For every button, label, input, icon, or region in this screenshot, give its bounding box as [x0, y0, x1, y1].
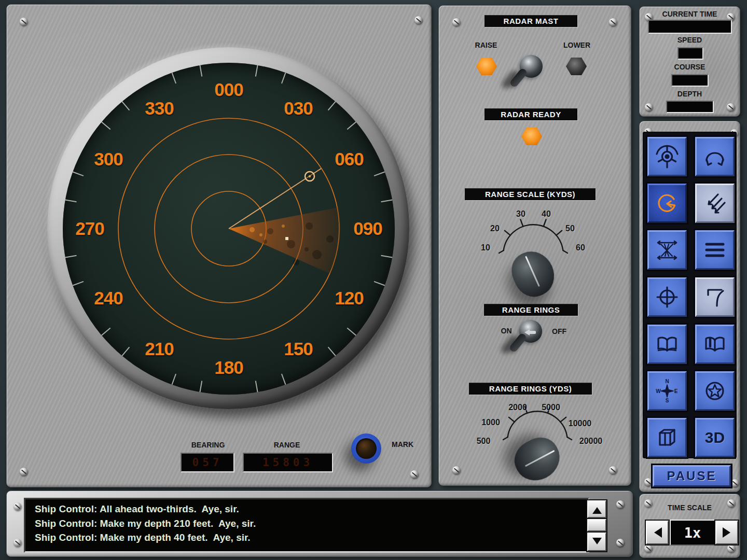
time-scale-value: 1x [684, 525, 701, 541]
right-arrow-icon [723, 527, 736, 538]
range-rings-on-label: ON [491, 327, 522, 335]
range-scale-knob-widget[interactable]: 10 20 30 40 50 60 [461, 211, 606, 299]
bearing-label-180: 180 [214, 357, 243, 378]
log-scrollbar-thumb[interactable] [587, 519, 606, 531]
speed-label: SPEED [640, 36, 740, 44]
locker-box-icon [655, 425, 680, 450]
station-button-manual[interactable] [695, 325, 735, 364]
bearing-label-030: 030 [284, 98, 312, 119]
svg-text:E: E [674, 388, 678, 394]
bearing-label-090: 090 [353, 218, 382, 239]
raise-label: RAISE [465, 41, 507, 49]
station-button-tma[interactable] [647, 230, 687, 270]
tma-plot-icon [655, 237, 680, 262]
log-scroll-up-button[interactable] [587, 500, 606, 518]
curve-chart-icon [702, 285, 727, 310]
screw [13, 502, 21, 510]
bearing-value: 057 [192, 456, 223, 469]
rings-tick-2000: 2000 [508, 403, 527, 412]
menu-lines-icon [702, 237, 727, 262]
station-button-panel: N S W E 3D PAUSE [639, 121, 740, 492]
time-scale-decrease-button[interactable] [646, 521, 669, 544]
left-arrow-icon [649, 527, 662, 538]
range-rings-knob-widget[interactable]: 500 1000 2000 5000 10000 20000 [465, 397, 610, 485]
station-button-message-log[interactable] [695, 230, 735, 270]
station-button-navigation[interactable] [647, 277, 687, 317]
bearing-readout: 057 [181, 453, 234, 472]
torpedoes-icon [702, 191, 727, 216]
time-scale-panel: TIME SCALE 1x [639, 494, 740, 558]
range-scale-tick-40: 40 [542, 209, 551, 219]
rings-tick-1000: 1000 [481, 418, 500, 427]
screw [410, 470, 418, 478]
station-button-compass-nav[interactable]: N S W E [647, 371, 687, 411]
screw [731, 479, 739, 487]
screw [452, 18, 460, 26]
screw [616, 539, 624, 547]
bearing-label-300: 300 [94, 149, 122, 170]
screw [616, 500, 624, 508]
range-rings-toggle[interactable] [519, 320, 542, 343]
radar-control-panel: RADAR MAST RAISE LOWER RADAR READY RANGE… [438, 5, 631, 486]
depth-label: DEPTH [640, 90, 740, 98]
station-button-log-book[interactable] [647, 325, 687, 364]
radar-scope-icon [655, 191, 680, 216]
pause-button[interactable]: PAUSE [653, 465, 731, 487]
course-display [671, 74, 709, 87]
station-button-3d-view[interactable]: 3D [695, 418, 735, 457]
raise-mast-button[interactable] [476, 58, 497, 75]
radar-scope-panel: 000 030 060 090 120 150 180 210 240 270 … [6, 4, 432, 487]
screw [609, 466, 617, 474]
open-book-icon [655, 332, 680, 357]
bearing-label-120: 120 [335, 288, 363, 309]
helm-wheel-icon [655, 144, 680, 169]
station-button-weapons[interactable] [695, 184, 735, 223]
screw [645, 103, 653, 111]
depth-display [666, 101, 714, 113]
time-scale-increase-button[interactable] [715, 521, 738, 544]
up-arrow-icon [592, 502, 602, 514]
rings-tick-5000: 5000 [542, 403, 560, 412]
message-log-panel: Ship Control: All ahead two-thirds. Aye,… [6, 491, 633, 557]
station-button-radar[interactable] [647, 184, 687, 223]
time-scale-display: 1x [670, 520, 715, 545]
screw [727, 544, 735, 552]
station-button-contacts[interactable] [695, 371, 735, 411]
bearing-label-330: 330 [145, 98, 173, 119]
station-button-helm[interactable] [647, 137, 687, 176]
down-arrow-icon [592, 538, 602, 550]
mark-button[interactable] [351, 433, 381, 464]
lower-mast-button[interactable] [566, 58, 587, 75]
screw [20, 468, 27, 475]
crosshair-circle-icon [655, 285, 680, 310]
lower-label: LOWER [556, 41, 598, 49]
screw [414, 16, 422, 24]
rings-tick-500: 500 [477, 437, 491, 446]
station-button-sonar[interactable] [695, 137, 735, 176]
current-time-display [648, 20, 732, 34]
station-button-chart[interactable] [695, 277, 735, 317]
range-rings-off-label: OFF [544, 327, 575, 335]
compass-rose-icon: N S W E [655, 379, 680, 403]
screw [644, 544, 652, 552]
cursor-dot [309, 175, 311, 177]
radar-scope[interactable]: 000 030 060 090 120 150 180 210 240 270 … [47, 47, 410, 410]
bearing-label-000: 000 [214, 79, 243, 100]
range-scale-title: RANGE SCALE (KYDS) [465, 188, 596, 200]
screw [609, 18, 617, 26]
station-button-ship-status[interactable] [647, 418, 687, 457]
speed-display [677, 47, 703, 60]
radar-mast-title: RADAR MAST [485, 15, 577, 27]
toggle-arrow-bar [527, 331, 536, 334]
rings-tick-20000: 20000 [579, 437, 603, 446]
bearing-label-060: 060 [335, 149, 363, 170]
range-readout: 15803 [243, 453, 333, 472]
screw [13, 539, 21, 547]
log-scroll-down-button[interactable] [587, 533, 606, 551]
radar-mast-toggle[interactable] [520, 55, 543, 78]
bearing-label-240: 240 [94, 288, 122, 309]
course-label: COURSE [640, 63, 740, 71]
bearing-readout-label: BEARING [182, 441, 234, 449]
radar-ready-light[interactable] [521, 128, 542, 145]
log-message: Ship Control: Make my depth 210 feet. Ay… [35, 518, 256, 529]
